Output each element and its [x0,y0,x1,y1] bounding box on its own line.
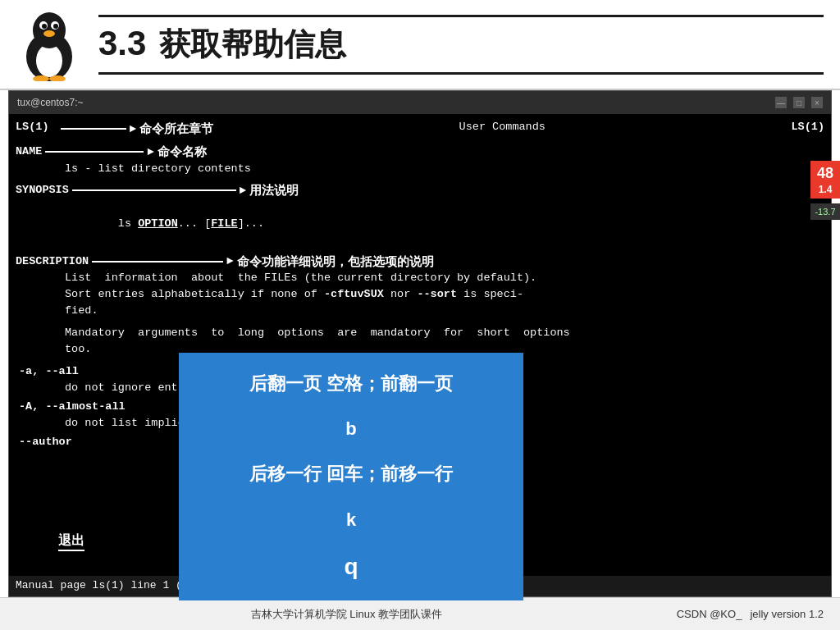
svg-point-5 [42,24,47,29]
popup-row-2: b [179,406,523,451]
desc-line1: List information about the FILEs (the cu… [16,270,824,286]
popup-row-5: q [179,542,523,592]
header: 3.3 获取帮助信息 [0,0,840,90]
popup-row-4: k [179,497,523,542]
minimize-button[interactable]: — [775,97,787,108]
exit-label: 退出 [58,531,84,551]
terminal-title: tux@centos7:~ [17,97,84,108]
desc-line2: Sort entries alphabetically if none of -… [16,286,824,303]
name-section: NAME ► 命令名称 ls - list directory contents [16,143,824,176]
tux-logo [16,7,82,81]
man-header-center: User Commands [459,119,546,138]
footer-status-bar: 吉林大学计算机学院 Linux 教学团队课件 CSDN @KO_ jelly v… [0,597,840,630]
man-header-right: LS(1) [791,119,824,138]
footer-right: CSDN @KO_ jelly version 1.2 [677,608,824,620]
footer-center: 吉林大学计算机学院 Linux 教学团队课件 [251,607,442,622]
synopsis-content: ls OPTION... [FILE]... [16,199,824,248]
man-header-left: LS(1) ► 命令所在章节 [16,119,213,138]
terminal-titlebar: tux@centos7:~ — □ × [9,91,831,114]
description-section: DESCRIPTION ► 命令功能详细说明，包括选项的说明 List info… [16,253,824,318]
maximize-button[interactable]: □ [793,97,805,108]
popup-overlay: 后翻一页 空格；前翻一页 b 后移一行 回车；前移一行 k q [179,353,523,600]
side-badge-bottom: -13.7 [810,203,840,220]
close-button[interactable]: × [811,97,823,108]
titlebar-buttons: — □ × [775,97,823,108]
page-title: 3.3 获取帮助信息 [98,24,824,66]
popup-row-1: 后翻一页 空格；前翻一页 [179,361,523,406]
svg-point-7 [43,30,55,37]
synopsis-section: SYNOPSIS ► 用法说明 ls OPTION... [FILE]... [16,181,824,247]
desc-line3: fied. [16,303,824,319]
mandatory-line: Mandatory arguments to long options are … [16,325,824,341]
popup-row-3: 后移一行 回车；前移一行 [179,451,523,496]
name-content: ls - list directory contents [16,161,824,177]
svg-point-1 [36,44,62,77]
svg-point-6 [53,24,58,29]
side-badge-top: 1.4 [810,180,840,199]
man-header: LS(1) ► 命令所在章节 User Commands LS(1) [16,119,824,138]
